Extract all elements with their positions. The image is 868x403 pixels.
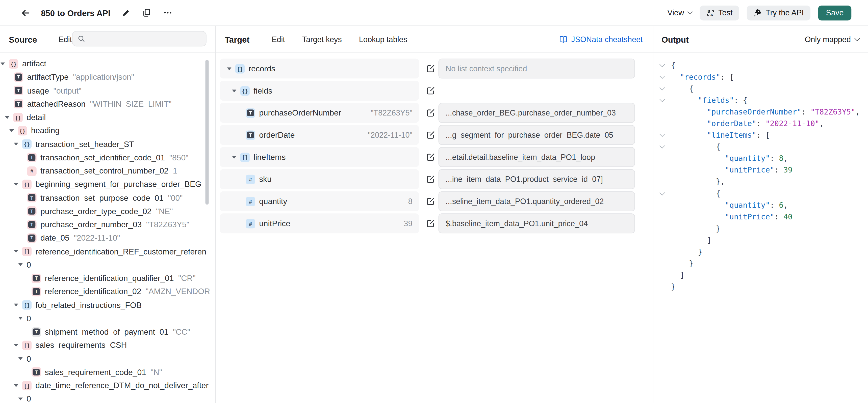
mapping-expression-input[interactable]: No list context specified — [438, 59, 635, 78]
source-tree-row[interactable]: Tpurchase_order_type_code_02"NE" — [0, 204, 211, 218]
tree-caret-icon[interactable] — [232, 156, 237, 158]
back-arrow-icon[interactable] — [20, 7, 31, 19]
source-tree-row[interactable]: 0 — [0, 258, 211, 271]
tree-caret-icon[interactable] — [9, 129, 14, 132]
source-tree-row[interactable]: { }beginning_segment_for_purchase_order_… — [0, 177, 211, 191]
tree-node-label: reference_identification_02 — [45, 287, 142, 296]
source-tree-row[interactable]: Tsales_requirement_code_01"N" — [0, 365, 211, 379]
collapse-chevron-icon[interactable] — [659, 64, 665, 66]
source-tree-row[interactable]: TartifactType"application/json" — [0, 70, 211, 84]
mapping-expression-input[interactable]: ...chase_order_BEG.purchase_order_number… — [438, 103, 635, 123]
tree-caret-icon[interactable] — [227, 67, 231, 70]
tree-caret-icon[interactable] — [0, 62, 5, 65]
edit-mapping-icon[interactable] — [426, 125, 435, 145]
target-field-value: 39 — [404, 219, 412, 228]
source-tree-row[interactable]: [ ]date_time_reference_DTM_do_not_delive… — [0, 379, 211, 392]
target-mapping-row: { }fields — [215, 81, 653, 101]
target-row-card[interactable]: [ ]lineItems — [220, 147, 419, 167]
target-row-card[interactable]: TpurchaseOrderNumber"T82Z63Y5" — [220, 103, 419, 123]
source-tree-row[interactable]: [ ]fob_related_instructions_FOB — [0, 298, 211, 312]
collapse-chevron-icon[interactable] — [659, 146, 665, 148]
text-type-icon: T — [27, 153, 36, 162]
source-tree-row[interactable]: Tusage"output" — [0, 84, 211, 97]
output-code-text: { — [671, 142, 720, 151]
edit-mapping-icon[interactable] — [426, 59, 435, 78]
source-tree-row[interactable]: Tpurchase_order_number_03"T82Z63Y5" — [0, 218, 211, 231]
tree-caret-icon[interactable] — [14, 183, 19, 186]
edit-pencil-icon[interactable] — [120, 7, 131, 19]
source-tree-row[interactable]: [ ]sales_requirements_CSH — [0, 338, 211, 352]
tree-caret-icon[interactable] — [14, 143, 19, 145]
output-line: "records": [ — [653, 71, 868, 82]
tree-node-value: "NE" — [156, 207, 173, 215]
tree-caret-icon[interactable] — [14, 304, 19, 306]
mapping-expression-input[interactable]: ...g_segment_for_purchase_order_BEG.date… — [438, 125, 635, 145]
source-tree-row[interactable]: Treference_identification_02"AMZN_VENDOR — [0, 285, 211, 298]
source-scrollbar-thumb[interactable] — [205, 60, 209, 204]
test-button[interactable]: BA Test — [700, 5, 739, 20]
tree-caret-icon[interactable] — [14, 384, 19, 387]
tree-caret-icon[interactable] — [18, 398, 23, 400]
edit-mapping-icon[interactable] — [426, 213, 435, 233]
collapse-chevron-icon[interactable] — [659, 193, 665, 195]
output-filter-dropdown[interactable]: Only mapped — [805, 35, 868, 44]
edit-mapping-icon[interactable] — [426, 147, 435, 167]
target-row-card[interactable]: #sku — [220, 169, 419, 189]
tree-caret-icon[interactable] — [5, 116, 9, 119]
source-tree-row[interactable]: Treference_identification_qualifier_01"C… — [0, 272, 211, 285]
source-tree-row[interactable]: Tdate_05"2022-11-10" — [0, 231, 211, 245]
edit-mapping-icon[interactable] — [426, 81, 435, 101]
ellipsis-menu-icon[interactable] — [162, 7, 174, 19]
target-field-label: quantity — [259, 197, 287, 206]
source-tree-row[interactable]: Tshipment_method_of_payment_01"CC" — [0, 325, 211, 338]
mapping-expression-input[interactable]: ...ine_item_data_PO1.product_service_id_… — [438, 169, 635, 189]
source-tree-row[interactable]: 0 — [0, 392, 211, 403]
source-tree-row[interactable]: 0 — [0, 312, 211, 325]
tree-caret-icon[interactable] — [18, 357, 23, 360]
tree-caret-icon[interactable] — [232, 89, 237, 92]
target-row-card[interactable]: TorderDate"2022-11-10" — [220, 125, 419, 145]
edit-mapping-icon[interactable] — [426, 169, 435, 189]
view-dropdown[interactable]: View — [667, 8, 692, 17]
target-tab-edit[interactable]: Edit — [272, 35, 285, 44]
target-panel-header: Target Edit Target keys Lookup tables JS… — [215, 26, 653, 53]
source-tree-row[interactable]: { }transaction_set_header_ST — [0, 137, 211, 151]
source-tree-row[interactable]: { }artifact — [0, 57, 211, 70]
source-tree-row[interactable]: 0 — [0, 352, 211, 365]
save-button[interactable]: Save — [818, 5, 851, 20]
collapse-chevron-icon[interactable] — [659, 134, 665, 136]
source-tree-row[interactable]: #transaction_set_control_number_021 — [0, 164, 211, 177]
tree-caret-icon[interactable] — [18, 263, 23, 266]
source-tree-row[interactable]: [ ]reference_identification_REF_customer… — [0, 245, 211, 258]
source-tree-row[interactable]: Ttransaction_set_purpose_code_01"00" — [0, 191, 211, 204]
target-row-card[interactable]: { }fields — [220, 81, 419, 101]
source-edit-tab[interactable]: Edit — [59, 35, 72, 44]
collapse-chevron-icon[interactable] — [659, 76, 665, 78]
mapping-expression-input[interactable]: ...seline_item_data_PO1.quantity_ordered… — [438, 192, 635, 211]
mapping-expression-input[interactable]: $.baseline_item_data_PO1.unit_price_04 — [438, 213, 635, 233]
text-type-icon: T — [27, 233, 36, 243]
tree-caret-icon[interactable] — [14, 344, 19, 347]
tree-caret-icon[interactable] — [18, 317, 23, 320]
mapping-expression-input[interactable]: ...etail.detail.baseline_item_data_PO1_l… — [438, 147, 635, 167]
target-row-card[interactable]: #unitPrice39 — [220, 213, 419, 233]
collapse-chevron-icon[interactable] — [659, 99, 665, 101]
tree-node-label: 0 — [27, 314, 31, 323]
source-search-input[interactable] — [72, 31, 207, 46]
target-row-card[interactable]: #quantity8 — [220, 192, 419, 211]
source-tree-row[interactable]: Ttransaction_set_identifier_code_01"850" — [0, 151, 211, 164]
jsonata-cheatsheet-link[interactable]: JSONata cheatsheet — [559, 35, 653, 44]
collapse-chevron-icon[interactable] — [659, 87, 665, 89]
edit-mapping-icon[interactable] — [426, 192, 435, 211]
target-tab-lookup-tables[interactable]: Lookup tables — [359, 35, 407, 44]
copy-icon[interactable] — [142, 7, 153, 19]
target-row-card[interactable]: [ ]records — [220, 59, 419, 78]
try-the-api-button[interactable]: Try the API — [747, 5, 811, 20]
source-tree-row[interactable]: TattachedReason"WITHIN_SIZE_LIMIT" — [0, 97, 211, 110]
target-tab-target-keys[interactable]: Target keys — [302, 35, 342, 44]
edit-mapping-icon[interactable] — [426, 103, 435, 123]
source-tree-row[interactable]: { }heading — [0, 124, 211, 137]
tree-caret-icon[interactable] — [14, 250, 19, 253]
tree-node-label: 0 — [27, 354, 31, 363]
source-tree-row[interactable]: { }detail — [0, 111, 211, 124]
